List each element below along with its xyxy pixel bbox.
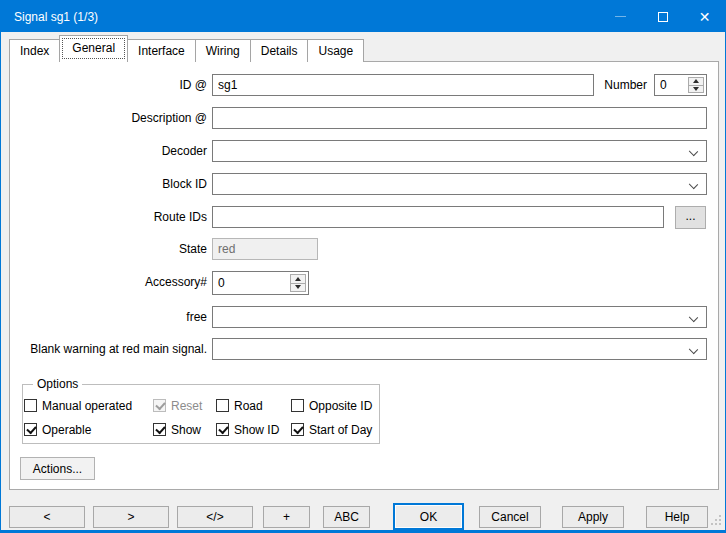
description-input[interactable]	[212, 107, 707, 129]
resize-grip-icon[interactable]	[709, 513, 721, 525]
checkbox-opposite-id[interactable]: Opposite ID	[291, 398, 372, 413]
accessory-spinner[interactable]: 0	[212, 271, 309, 295]
checkbox-icon	[153, 423, 166, 436]
checkbox-manual-operated[interactable]: Manual operated	[24, 398, 132, 413]
accessory-spin-buttons	[290, 274, 306, 292]
tab-general[interactable]: General	[59, 35, 128, 62]
tab-usage[interactable]: Usage	[307, 39, 364, 62]
options-legend: Options	[33, 377, 82, 391]
next-button[interactable]: >	[93, 506, 169, 528]
route-ids-input[interactable]	[212, 206, 664, 228]
arrow-up-icon	[295, 277, 301, 281]
route-ids-browse-button[interactable]: ...	[675, 206, 706, 229]
checkbox-icon	[291, 423, 304, 436]
chevron-down-icon	[689, 345, 698, 354]
blank-warning-select[interactable]	[212, 338, 707, 360]
state-label: State	[10, 238, 207, 260]
decoder-label: Decoder	[10, 140, 207, 162]
description-label: Description @	[10, 107, 207, 129]
arrow-down-icon	[693, 87, 699, 91]
state-field: red	[212, 238, 318, 260]
minimize-button	[600, 1, 641, 32]
tab-wiring[interactable]: Wiring	[195, 39, 251, 62]
number-spinner[interactable]: 0	[654, 74, 707, 96]
free-label: free	[10, 306, 207, 328]
tab-interface[interactable]: Interface	[127, 39, 196, 62]
checkbox-icon	[24, 423, 37, 436]
checkbox-road[interactable]: Road	[216, 398, 263, 413]
checkbox-icon	[291, 399, 304, 412]
plus-button[interactable]: +	[263, 506, 310, 528]
checkbox-start-of-day[interactable]: Start of Day	[291, 422, 372, 437]
chevron-down-icon	[689, 180, 698, 189]
number-label: Number	[555, 74, 647, 96]
id-label: ID @	[10, 74, 207, 96]
maximize-button[interactable]	[642, 1, 683, 32]
ok-button[interactable]: OK	[393, 503, 464, 530]
spin-down-button[interactable]	[290, 283, 306, 293]
tab-details[interactable]: Details	[250, 39, 309, 62]
number-spin-buttons	[688, 77, 704, 93]
window-title: Signal sg1 (1/3)	[1, 10, 98, 24]
maximize-icon	[658, 12, 668, 22]
checkbox-icon	[216, 423, 229, 436]
close-icon: ✕	[699, 10, 711, 24]
route-ids-label: Route IDs	[10, 206, 207, 228]
accessory-label: Accessory#	[10, 271, 207, 293]
chevron-down-icon	[689, 313, 698, 322]
checkbox-icon	[153, 399, 166, 412]
free-select[interactable]	[212, 306, 707, 328]
id-input[interactable]: sg1	[212, 74, 594, 96]
decoder-select[interactable]	[212, 140, 707, 162]
code-button[interactable]: </>	[177, 506, 253, 528]
chevron-down-icon	[689, 147, 698, 156]
tab-index[interactable]: Index	[9, 39, 60, 62]
arrow-up-icon	[693, 79, 699, 83]
tab-strip: Index General Interface Wiring Details U…	[9, 35, 363, 62]
tabpage-general: ID @ sg1 Number 0 Description @ Decoder …	[9, 61, 719, 490]
checkbox-show-id[interactable]: Show ID	[216, 422, 279, 437]
checkbox-show[interactable]: Show	[153, 422, 201, 437]
checkbox-reset: Reset	[153, 398, 202, 413]
block-id-select[interactable]	[212, 173, 707, 195]
spin-down-button[interactable]	[688, 85, 704, 94]
arrow-down-icon	[295, 285, 301, 289]
actions-button[interactable]: Actions...	[20, 457, 95, 480]
block-id-label: Block ID	[10, 173, 207, 195]
checkbox-operable[interactable]: Operable	[24, 422, 91, 437]
apply-button[interactable]: Apply	[562, 506, 624, 528]
dialog-window: Signal sg1 (1/3) ✕ Index General Interfa…	[0, 0, 726, 533]
blank-warning-label: Blank warning at red main signal.	[10, 338, 207, 360]
help-button[interactable]: Help	[646, 506, 708, 528]
cancel-button[interactable]: Cancel	[479, 506, 541, 528]
minimize-icon	[615, 16, 626, 17]
prev-button[interactable]: <	[9, 506, 85, 528]
close-button[interactable]: ✕	[684, 1, 725, 32]
checkbox-icon	[216, 399, 229, 412]
checkbox-icon	[24, 399, 37, 412]
abc-button[interactable]: ABC	[323, 506, 370, 528]
